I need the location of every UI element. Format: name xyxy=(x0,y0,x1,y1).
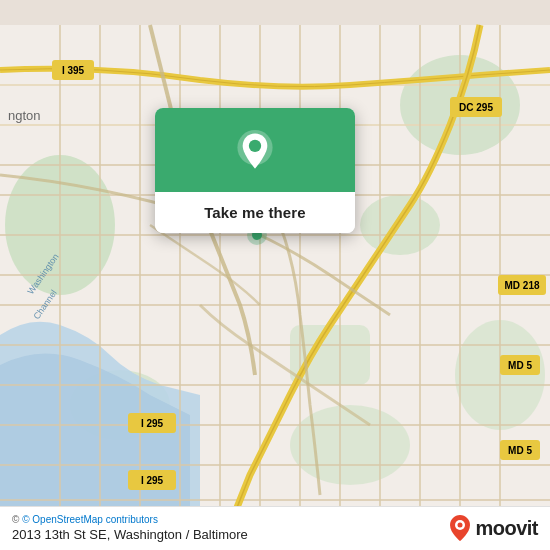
bottom-bar: © © OpenStreetMap contributors 2013 13th… xyxy=(0,506,550,550)
svg-point-52 xyxy=(249,140,261,152)
moovit-text: moovit xyxy=(475,517,538,540)
popup-triangle xyxy=(245,198,269,212)
svg-text:MD 5: MD 5 xyxy=(508,445,532,456)
location-pin-icon xyxy=(233,130,277,174)
svg-text:MD 218: MD 218 xyxy=(504,280,539,291)
svg-point-7 xyxy=(290,405,410,485)
popup-card: Take me there xyxy=(155,108,355,233)
svg-text:ngton: ngton xyxy=(8,108,41,123)
osm-link[interactable]: © OpenStreetMap contributors xyxy=(22,514,158,525)
svg-text:MD 5: MD 5 xyxy=(508,360,532,371)
map-background: DC 295 I 295 I 295 MD 218 MD 5 MD 5 I 39… xyxy=(0,0,550,550)
svg-text:I 295: I 295 xyxy=(141,475,164,486)
moovit-pin-icon xyxy=(449,514,471,542)
svg-text:DC 295: DC 295 xyxy=(459,102,493,113)
bottom-left: © © OpenStreetMap contributors 2013 13th… xyxy=(12,514,248,542)
osm-credit: © © OpenStreetMap contributors xyxy=(12,514,248,525)
svg-point-54 xyxy=(458,523,463,528)
moovit-logo: moovit xyxy=(449,514,538,542)
svg-text:I 295: I 295 xyxy=(141,418,164,429)
map-container: DC 295 I 295 I 295 MD 218 MD 5 MD 5 I 39… xyxy=(0,0,550,550)
osm-copyright: © xyxy=(12,514,22,525)
address-text: 2013 13th St SE, Washington / Baltimore xyxy=(12,527,248,542)
svg-text:I 395: I 395 xyxy=(62,65,85,76)
popup-green-header xyxy=(155,108,355,192)
